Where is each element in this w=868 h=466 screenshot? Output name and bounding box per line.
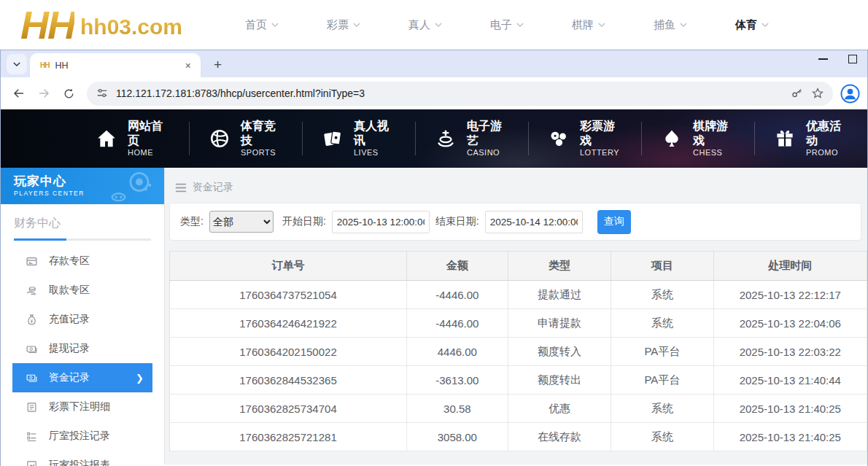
gamepad-icon xyxy=(106,171,157,203)
cell-processed-time: 2025-10-13 22:12:17 xyxy=(713,281,867,309)
type-select[interactable]: 全部 xyxy=(209,211,274,233)
table-row: 1760364737521054-4446.00提款通过系统2025-10-13… xyxy=(170,281,867,309)
top-nav-item[interactable]: 真人 xyxy=(408,18,442,32)
tab-search-button[interactable] xyxy=(7,54,27,74)
new-tab-button[interactable]: + xyxy=(208,57,228,73)
casino-nav-label-zh: 电子游艺 xyxy=(467,119,509,148)
cell-order-number: 1760362825721281 xyxy=(170,423,407,451)
top-nav-label: 电子 xyxy=(490,18,512,32)
chevron-down-icon xyxy=(13,61,20,68)
sidebar-item[interactable]: 玩家投注报表 ❯ xyxy=(1,451,164,466)
casino-nav-item[interactable]: 体育竞技 SPORTS xyxy=(189,122,302,155)
site-header: HH hh03.com 首页 彩票 真人 电子 棋牌 捕鱼 体育 xyxy=(0,0,868,50)
cell-order-number: 1760362825734704 xyxy=(170,395,407,423)
end-date-label: 结束日期: xyxy=(435,215,479,228)
casino-nav-label-zh: 棋牌游戏 xyxy=(693,119,735,148)
site-info-icon[interactable] xyxy=(96,87,109,100)
cell-type: 额度转入 xyxy=(508,338,611,366)
document-icon xyxy=(26,401,38,413)
cell-amount: 4446.00 xyxy=(407,338,508,366)
forward-icon[interactable] xyxy=(33,82,55,104)
top-nav-item[interactable]: 首页 xyxy=(245,18,279,32)
hamburger-icon xyxy=(175,183,187,193)
lottery-balls-icon xyxy=(548,128,570,149)
banknotes-icon xyxy=(26,372,38,384)
cell-processed-time: 2025-10-13 21:40:25 xyxy=(713,423,867,451)
sidebar-item[interactable]: 厅室投注记录 ❯ xyxy=(1,422,164,451)
back-icon[interactable] xyxy=(8,82,30,104)
password-key-icon[interactable] xyxy=(791,87,804,100)
table-row: 176036282573470430.58优惠系统2025-10-13 21:4… xyxy=(170,395,867,423)
casino-nav-item[interactable]: 优惠活动 PROMO xyxy=(754,122,867,155)
top-nav-item[interactable]: 电子 xyxy=(490,18,524,32)
table-header-cell: 处理时间 xyxy=(713,252,867,281)
window-maximize-button[interactable] xyxy=(848,55,857,63)
cell-processed-time: 2025-10-13 22:04:06 xyxy=(713,309,867,338)
casino-nav-item[interactable]: 网站首页 HOME xyxy=(77,122,189,155)
cell-amount: -4446.00 xyxy=(407,281,508,309)
gift-icon xyxy=(774,128,796,149)
cash-icon xyxy=(26,343,38,355)
profile-avatar-icon[interactable] xyxy=(840,84,860,104)
sidebar-item[interactable]: 提现记录 ❯ xyxy=(1,334,164,363)
search-button[interactable]: 查询 xyxy=(597,210,631,234)
cell-processed-time: 2025-10-13 21:40:44 xyxy=(713,366,867,395)
sidebar-item[interactable]: 彩票下注明细 ❯ xyxy=(1,392,164,422)
cell-amount: 30.58 xyxy=(407,395,508,423)
window-minimize-button[interactable] xyxy=(818,58,828,60)
reload-icon[interactable] xyxy=(58,82,80,104)
chevron-down-icon xyxy=(762,21,769,28)
sidebar-item-label: 厅室投注记录 xyxy=(49,430,110,443)
cell-type: 在线存款 xyxy=(508,423,611,451)
top-nav-item[interactable]: 棋牌 xyxy=(572,18,605,32)
cell-type: 优惠 xyxy=(508,395,611,423)
top-nav-item[interactable]: 彩票 xyxy=(327,18,360,32)
breadcrumb: 资金记录 xyxy=(165,168,867,194)
sidebar-item-label: 取款专区 xyxy=(49,284,90,297)
tab-close-icon[interactable]: × xyxy=(182,58,195,73)
casino-nav-label-en: CHESS xyxy=(693,148,735,158)
start-date-label: 开始日期: xyxy=(282,215,326,228)
top-nav: 首页 彩票 真人 电子 棋牌 捕鱼 体育 xyxy=(245,18,769,32)
casino-nav-label-en: CASINO xyxy=(467,148,509,158)
table-row: 1760364246421922-4446.00申请提款系统2025-10-13… xyxy=(170,309,867,338)
sidebar-item[interactable]: 存款专区 ❯ xyxy=(1,246,164,276)
sports-ball-icon xyxy=(209,128,230,149)
sidebar-item[interactable]: 充值记录 ❯ xyxy=(1,305,164,334)
site-logo-text: HH xyxy=(20,7,74,43)
table-header-cell: 金额 xyxy=(407,252,508,281)
cell-order-number: 1760362844532365 xyxy=(170,366,407,395)
sidebar: 玩家中心 PLAYERS CENTER 财务中心 存款专区 ❯ 取款专区 ❯ 充… xyxy=(1,168,165,465)
cell-amount: -4446.00 xyxy=(407,309,508,338)
finance-center-heading: 财务中心 xyxy=(1,204,164,231)
casino-nav-item[interactable]: 棋牌游戏 CHESS xyxy=(641,122,754,155)
casino-nav-item[interactable]: 电子游艺 CASINO xyxy=(415,122,528,155)
url-text[interactable]: 112.121.172.181:8783/hhcp/usercenter.htm… xyxy=(116,88,783,99)
top-nav-item[interactable]: 体育 xyxy=(735,18,769,32)
filter-bar: 类型: 全部 开始日期: 结束日期: 查询 xyxy=(169,203,861,241)
browser-tab[interactable]: HH HH × xyxy=(30,53,201,77)
breadcrumb-label: 资金记录 xyxy=(193,181,233,194)
bookmark-star-icon[interactable] xyxy=(811,87,824,100)
sidebar-item[interactable]: 资金记录 ❯ xyxy=(12,363,152,392)
address-bar[interactable]: 112.121.172.181:8783/hhcp/usercenter.htm… xyxy=(87,82,833,106)
end-date-input[interactable] xyxy=(485,211,583,233)
spade-icon xyxy=(661,128,683,149)
sidebar-item-label: 资金记录 xyxy=(49,371,90,384)
chevron-down-icon xyxy=(598,21,605,28)
sidebar-item-label: 玩家投注报表 xyxy=(49,459,110,466)
casino-nav-label-zh: 优惠活动 xyxy=(806,119,848,148)
top-nav-item[interactable]: 捕鱼 xyxy=(654,18,687,32)
casino-nav-label-zh: 真人视讯 xyxy=(354,119,396,148)
sidebar-item-label: 彩票下注明细 xyxy=(49,400,110,413)
casino-nav: 网站首页 HOME 体育竞技 SPORTS 真人视讯 LIVES 电子游艺 CA… xyxy=(1,109,867,168)
players-center-banner: 玩家中心 PLAYERS CENTER xyxy=(1,168,164,204)
cell-project: 系统 xyxy=(611,395,714,423)
casino-nav-item[interactable]: 真人视讯 LIVES xyxy=(302,122,415,155)
cell-type: 额度转出 xyxy=(508,366,611,395)
site-logo[interactable]: HH hh03.com xyxy=(20,7,182,43)
casino-nav-label-en: HOME xyxy=(128,148,170,158)
casino-nav-item[interactable]: 彩票游戏 LOTTERY xyxy=(528,122,641,155)
sidebar-item[interactable]: 取款专区 ❯ xyxy=(1,276,164,305)
start-date-input[interactable] xyxy=(332,211,430,233)
